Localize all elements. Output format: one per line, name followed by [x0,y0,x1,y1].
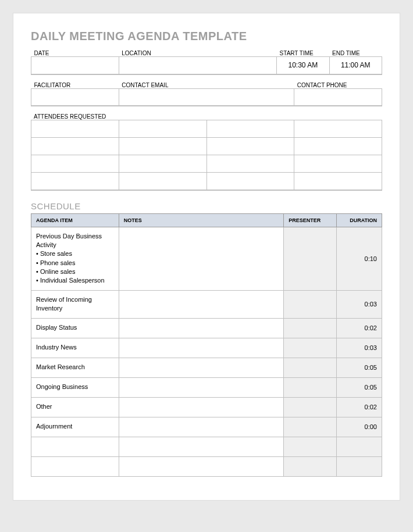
presenter-cell[interactable] [284,456,336,476]
attendee-cell[interactable] [294,173,382,190]
presenter-cell[interactable] [284,377,336,397]
facilitator-cell[interactable] [31,88,119,106]
table-row: Industry News0:03 [31,338,382,358]
agenda-item-cell[interactable]: Display Status [31,318,119,338]
presenter-cell[interactable] [284,290,336,318]
page: DAILY MEETING AGENDA TEMPLATE DATE LOCAT… [13,13,400,501]
table-row: Review of Incoming Inventory0:03 [31,290,382,318]
duration-cell[interactable]: 0:03 [336,338,382,358]
col-presenter: PRESENTER [284,213,336,227]
agenda-item-cell[interactable]: Market Research [31,358,119,377]
duration-cell[interactable]: 0:02 [336,318,382,338]
duration-cell[interactable]: 0:03 [336,290,382,318]
notes-cell[interactable] [119,338,283,358]
page-title: DAILY MEETING AGENDA TEMPLATE [31,30,382,43]
start-label: START TIME [277,49,329,57]
attendee-cell[interactable] [119,173,206,190]
notes-cell[interactable] [119,318,283,338]
agenda-item-cell[interactable]: Ongoing Business [31,377,119,397]
presenter-cell[interactable] [284,358,336,377]
duration-cell[interactable]: 0:05 [336,377,382,397]
presenter-cell[interactable] [284,437,336,456]
agenda-item-cell[interactable] [31,437,119,456]
notes-cell[interactable] [119,290,283,318]
location-cell[interactable] [119,57,276,74]
presenter-cell[interactable] [284,318,336,338]
attendee-cell[interactable] [31,120,119,138]
presenter-cell[interactable] [284,397,336,417]
attendee-cell[interactable] [294,155,382,173]
attendee-cell[interactable] [294,120,382,138]
agenda-item-cell[interactable]: Other [31,397,119,417]
email-cell[interactable] [119,88,294,106]
end-cell[interactable]: 11:00 AM [329,57,382,74]
table-row: Ongoing Business0:05 [31,377,382,397]
attendee-cell[interactable] [31,155,119,173]
agenda-item-cell[interactable] [31,456,119,476]
attendee-cell[interactable] [119,155,206,173]
phone-cell[interactable] [294,88,382,106]
agenda-item-cell[interactable]: Review of Incoming Inventory [31,290,119,318]
duration-cell[interactable]: 0:10 [336,227,382,290]
table-row: Previous Day Business Activity• Store sa… [31,227,382,290]
table-row: Display Status0:02 [31,318,382,338]
table-row: Adjournment0:00 [31,417,382,437]
end-label: END TIME [329,49,382,57]
duration-cell[interactable]: 0:05 [336,358,382,377]
date-label: DATE [31,49,119,57]
attendee-cell[interactable] [119,138,206,155]
start-cell[interactable]: 10:30 AM [277,57,329,74]
notes-cell[interactable] [119,397,283,417]
attendee-cell[interactable] [31,173,119,190]
col-duration: DURATION [336,213,382,227]
notes-cell[interactable] [119,437,283,456]
notes-cell[interactable] [119,456,283,476]
attendee-cell[interactable] [206,120,294,138]
table-row [31,456,382,476]
attendees-label: ATTENDEES REQUESTED [31,112,382,120]
col-notes: NOTES [119,213,283,227]
notes-cell[interactable] [119,377,283,397]
attendee-cell[interactable] [294,138,382,155]
phone-label: CONTACT PHONE [294,81,382,89]
agenda-item-cell[interactable]: Adjournment [31,417,119,437]
table-row: Other0:02 [31,397,382,417]
table-row: Market Research0:05 [31,358,382,377]
attendee-cell[interactable] [206,173,294,190]
agenda-item-cell[interactable]: Industry News [31,338,119,358]
attendee-cell[interactable] [31,138,119,155]
attendees-table [31,120,382,191]
notes-cell[interactable] [119,358,283,377]
duration-cell[interactable] [336,456,382,476]
attendee-cell[interactable] [206,155,294,173]
attendee-cell[interactable] [206,138,294,155]
duration-cell[interactable]: 0:00 [336,417,382,437]
table-row [31,437,382,456]
notes-cell[interactable] [119,227,283,290]
presenter-cell[interactable] [284,227,336,290]
schedule-table: AGENDA ITEM NOTES PRESENTER DURATION Pre… [31,213,382,477]
duration-cell[interactable] [336,437,382,456]
duration-cell[interactable]: 0:02 [336,397,382,417]
attendee-cell[interactable] [119,120,206,138]
presenter-cell[interactable] [284,417,336,437]
agenda-item-cell[interactable]: Previous Day Business Activity• Store sa… [31,227,119,290]
meeting-info-1: DATE LOCATION START TIME END TIME 10:30 … [31,49,382,75]
email-label: CONTACT EMAIL [119,81,294,89]
col-agenda-item: AGENDA ITEM [31,213,119,227]
date-cell[interactable] [31,57,119,74]
presenter-cell[interactable] [284,338,336,358]
notes-cell[interactable] [119,417,283,437]
facilitator-label: FACILITATOR [31,81,119,89]
meeting-info-2: FACILITATOR CONTACT EMAIL CONTACT PHONE [31,81,382,107]
location-label: LOCATION [119,49,276,57]
schedule-heading: SCHEDULE [31,201,382,211]
